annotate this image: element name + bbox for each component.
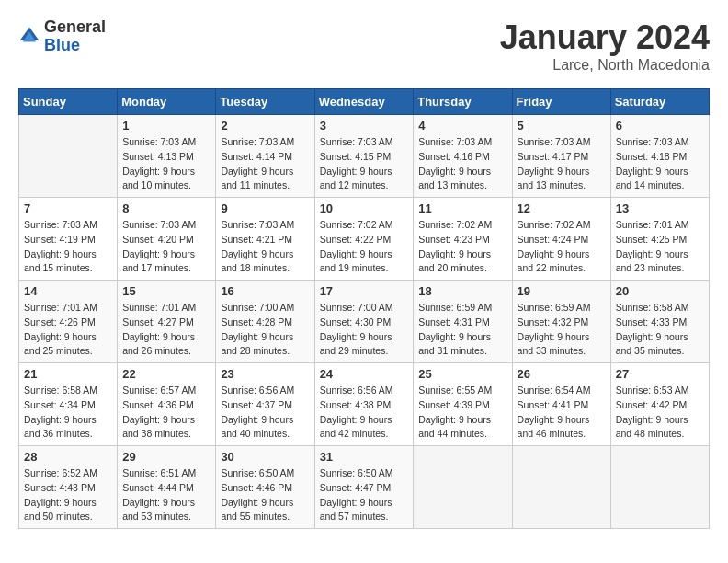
day-number: 18 <box>418 284 506 298</box>
day-number: 27 <box>616 367 704 381</box>
day-info: Sunrise: 7:03 AMSunset: 4:18 PMDaylight:… <box>616 135 704 193</box>
week-row-3: 14Sunrise: 7:01 AMSunset: 4:26 PMDayligh… <box>19 281 710 363</box>
day-info: Sunrise: 6:51 AMSunset: 4:44 PMDaylight:… <box>122 466 210 524</box>
calendar-cell: 27Sunrise: 6:53 AMSunset: 4:42 PMDayligh… <box>610 363 709 446</box>
day-info: Sunrise: 7:02 AMSunset: 4:24 PMDaylight:… <box>518 218 606 276</box>
calendar-cell: 28Sunrise: 6:52 AMSunset: 4:43 PMDayligh… <box>19 446 118 529</box>
day-info: Sunrise: 7:00 AMSunset: 4:30 PMDaylight:… <box>320 301 409 359</box>
page-header: General Blue January 2024 Larce, North M… <box>18 18 710 74</box>
calendar-cell: 14Sunrise: 7:01 AMSunset: 4:26 PMDayligh… <box>19 281 118 363</box>
day-number: 20 <box>616 284 704 298</box>
calendar-cell: 31Sunrise: 6:50 AMSunset: 4:47 PMDayligh… <box>314 446 414 529</box>
calendar-cell <box>414 446 512 529</box>
day-number: 21 <box>24 367 112 381</box>
day-number: 5 <box>518 119 606 132</box>
day-info: Sunrise: 7:02 AMSunset: 4:22 PMDaylight:… <box>320 218 409 276</box>
day-info: Sunrise: 7:03 AMSunset: 4:17 PMDaylight:… <box>518 135 606 193</box>
day-info: Sunrise: 7:03 AMSunset: 4:21 PMDaylight:… <box>221 218 309 276</box>
day-number: 1 <box>122 119 210 132</box>
day-info: Sunrise: 6:57 AMSunset: 4:36 PMDaylight:… <box>122 384 210 442</box>
calendar-header: SundayMondayTuesdayWednesdayThursdayFrid… <box>19 89 710 115</box>
calendar-cell: 7Sunrise: 7:03 AMSunset: 4:19 PMDaylight… <box>19 198 118 281</box>
day-info: Sunrise: 7:03 AMSunset: 4:16 PMDaylight:… <box>418 135 506 193</box>
header-day-tuesday: Tuesday <box>216 89 314 115</box>
calendar-cell: 1Sunrise: 7:03 AMSunset: 4:13 PMDaylight… <box>118 115 216 198</box>
header-day-wednesday: Wednesday <box>314 89 414 115</box>
logo-text: General Blue <box>44 18 106 55</box>
header-day-friday: Friday <box>512 89 610 115</box>
day-info: Sunrise: 7:03 AMSunset: 4:14 PMDaylight:… <box>221 135 309 193</box>
calendar-cell: 25Sunrise: 6:55 AMSunset: 4:39 PMDayligh… <box>414 363 512 446</box>
day-info: Sunrise: 7:01 AMSunset: 4:27 PMDaylight:… <box>122 301 210 359</box>
day-number: 9 <box>221 201 309 215</box>
day-number: 14 <box>24 284 112 298</box>
day-info: Sunrise: 7:02 AMSunset: 4:23 PMDaylight:… <box>418 218 506 276</box>
month-title: January 2024 <box>500 18 710 57</box>
day-number: 13 <box>616 201 704 215</box>
calendar-cell: 21Sunrise: 6:58 AMSunset: 4:34 PMDayligh… <box>19 363 118 446</box>
week-row-5: 28Sunrise: 6:52 AMSunset: 4:43 PMDayligh… <box>19 446 710 529</box>
day-number: 4 <box>418 119 506 132</box>
calendar-cell: 10Sunrise: 7:02 AMSunset: 4:22 PMDayligh… <box>314 198 414 281</box>
title-block: January 2024 Larce, North Macedonia <box>500 18 710 74</box>
day-number: 19 <box>518 284 606 298</box>
calendar-cell: 17Sunrise: 7:00 AMSunset: 4:30 PMDayligh… <box>314 281 414 363</box>
day-info: Sunrise: 6:59 AMSunset: 4:31 PMDaylight:… <box>418 301 506 359</box>
logo-blue: Blue <box>44 37 106 55</box>
calendar-cell: 6Sunrise: 7:03 AMSunset: 4:18 PMDaylight… <box>610 115 709 198</box>
day-info: Sunrise: 7:03 AMSunset: 4:20 PMDaylight:… <box>122 218 210 276</box>
header-day-saturday: Saturday <box>610 89 709 115</box>
day-number: 10 <box>320 201 409 215</box>
calendar-cell <box>19 115 118 198</box>
day-info: Sunrise: 7:01 AMSunset: 4:25 PMDaylight:… <box>616 218 704 276</box>
calendar-cell: 24Sunrise: 6:56 AMSunset: 4:38 PMDayligh… <box>314 363 414 446</box>
calendar-cell: 19Sunrise: 6:59 AMSunset: 4:32 PMDayligh… <box>512 281 610 363</box>
calendar-cell: 18Sunrise: 6:59 AMSunset: 4:31 PMDayligh… <box>414 281 512 363</box>
day-number: 6 <box>616 119 704 132</box>
day-info: Sunrise: 6:54 AMSunset: 4:41 PMDaylight:… <box>518 384 606 442</box>
day-info: Sunrise: 6:56 AMSunset: 4:37 PMDaylight:… <box>221 384 309 442</box>
location: Larce, North Macedonia <box>500 57 710 74</box>
calendar-body: 1Sunrise: 7:03 AMSunset: 4:13 PMDaylight… <box>19 115 710 529</box>
day-number: 3 <box>320 119 409 132</box>
day-info: Sunrise: 7:00 AMSunset: 4:28 PMDaylight:… <box>221 301 309 359</box>
day-info: Sunrise: 6:58 AMSunset: 4:33 PMDaylight:… <box>616 301 704 359</box>
calendar-cell <box>610 446 709 529</box>
calendar-cell: 9Sunrise: 7:03 AMSunset: 4:21 PMDaylight… <box>216 198 314 281</box>
day-info: Sunrise: 6:53 AMSunset: 4:42 PMDaylight:… <box>616 384 704 442</box>
day-number: 11 <box>418 201 506 215</box>
day-number: 7 <box>24 201 112 215</box>
day-info: Sunrise: 6:55 AMSunset: 4:39 PMDaylight:… <box>418 384 506 442</box>
day-info: Sunrise: 7:03 AMSunset: 4:19 PMDaylight:… <box>24 218 112 276</box>
week-row-1: 1Sunrise: 7:03 AMSunset: 4:13 PMDaylight… <box>19 115 710 198</box>
day-number: 12 <box>518 201 606 215</box>
header-day-monday: Monday <box>118 89 216 115</box>
day-number: 31 <box>320 450 409 464</box>
calendar-cell: 8Sunrise: 7:03 AMSunset: 4:20 PMDaylight… <box>118 198 216 281</box>
day-number: 17 <box>320 284 409 298</box>
logo-icon <box>18 26 40 48</box>
calendar-cell: 16Sunrise: 7:00 AMSunset: 4:28 PMDayligh… <box>216 281 314 363</box>
header-day-sunday: Sunday <box>19 89 118 115</box>
calendar-cell <box>512 446 610 529</box>
day-number: 8 <box>122 201 210 215</box>
calendar-cell: 30Sunrise: 6:50 AMSunset: 4:46 PMDayligh… <box>216 446 314 529</box>
calendar-cell: 3Sunrise: 7:03 AMSunset: 4:15 PMDaylight… <box>314 115 414 198</box>
day-info: Sunrise: 7:03 AMSunset: 4:13 PMDaylight:… <box>122 135 210 193</box>
calendar-cell: 23Sunrise: 6:56 AMSunset: 4:37 PMDayligh… <box>216 363 314 446</box>
header-row: SundayMondayTuesdayWednesdayThursdayFrid… <box>19 89 710 115</box>
calendar-cell: 15Sunrise: 7:01 AMSunset: 4:27 PMDayligh… <box>118 281 216 363</box>
calendar-cell: 12Sunrise: 7:02 AMSunset: 4:24 PMDayligh… <box>512 198 610 281</box>
day-number: 16 <box>221 284 309 298</box>
calendar-cell: 11Sunrise: 7:02 AMSunset: 4:23 PMDayligh… <box>414 198 512 281</box>
logo-general: General <box>44 18 106 37</box>
day-info: Sunrise: 6:52 AMSunset: 4:43 PMDaylight:… <box>24 466 112 524</box>
calendar-cell: 26Sunrise: 6:54 AMSunset: 4:41 PMDayligh… <box>512 363 610 446</box>
day-number: 28 <box>24 450 112 464</box>
calendar-cell: 22Sunrise: 6:57 AMSunset: 4:36 PMDayligh… <box>118 363 216 446</box>
calendar-cell: 4Sunrise: 7:03 AMSunset: 4:16 PMDaylight… <box>414 115 512 198</box>
calendar-cell: 2Sunrise: 7:03 AMSunset: 4:14 PMDaylight… <box>216 115 314 198</box>
logo: General Blue <box>18 18 106 55</box>
day-info: Sunrise: 6:56 AMSunset: 4:38 PMDaylight:… <box>320 384 409 442</box>
day-number: 22 <box>122 367 210 381</box>
